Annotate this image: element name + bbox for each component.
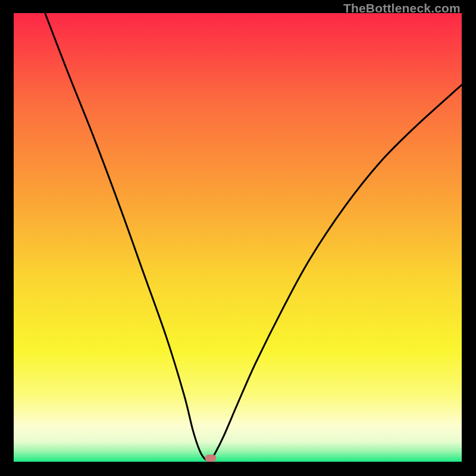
chart-frame [14, 13, 462, 462]
chart-background-gradient [14, 13, 462, 462]
svg-rect-0 [14, 13, 462, 462]
